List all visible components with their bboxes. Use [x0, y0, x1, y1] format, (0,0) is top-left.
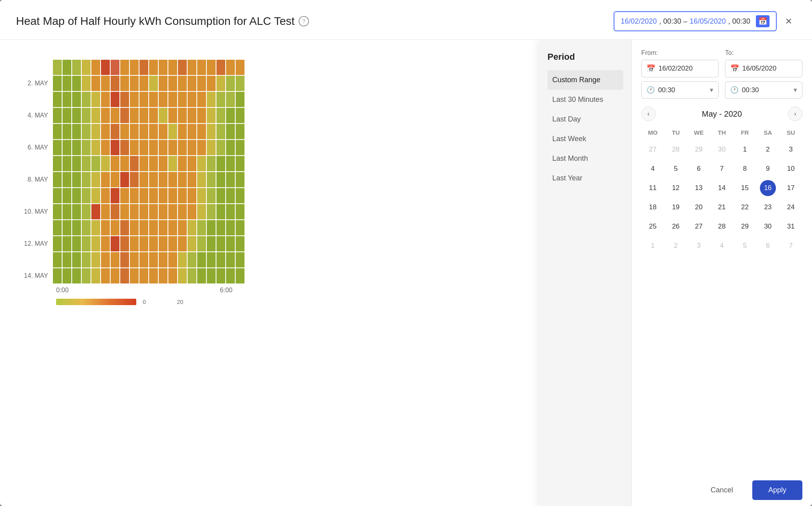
heatmap-cell [101, 76, 110, 91]
cal-week-5: 25 26 27 28 29 30 31 [641, 218, 802, 235]
cal-day[interactable]: 25 [645, 219, 661, 235]
row-label: 14. MAY [16, 272, 52, 279]
cal-day[interactable]: 12 [668, 180, 684, 196]
to-date-input[interactable]: 📅 16/05/2020 [725, 60, 802, 77]
cal-day[interactable]: 29 [737, 219, 753, 235]
heatmap-cell [72, 172, 81, 187]
cal-day[interactable]: 2 [668, 238, 684, 254]
heatmap-cell [63, 220, 71, 235]
heatmap-cell [159, 188, 168, 203]
cal-day[interactable]: 18 [645, 199, 661, 215]
cal-day[interactable]: 19 [668, 199, 684, 215]
period-sidebar: Period Custom Range Last 30 Minutes Last… [539, 40, 632, 506]
from-date-input[interactable]: 📅 16/02/2020 [641, 60, 719, 77]
date-picker-panel: Period Custom Range Last 30 Minutes Last… [539, 40, 812, 506]
cal-day[interactable]: 7 [783, 238, 799, 254]
cal-day[interactable]: 5 [737, 238, 753, 254]
heatmap-cell [178, 236, 187, 251]
cal-day[interactable]: 23 [760, 199, 776, 215]
heatmap-cell [159, 60, 168, 75]
heatmap-cell [130, 220, 139, 235]
heatmap-cell [101, 92, 110, 107]
heatmap-cell [101, 172, 110, 187]
cal-day[interactable]: 31 [783, 219, 799, 235]
period-item-year[interactable]: Last Year [547, 168, 623, 188]
cal-day[interactable]: 11 [645, 180, 661, 196]
row-label: 2. MAY [16, 80, 52, 87]
cal-day[interactable]: 6 [760, 238, 776, 254]
cal-day[interactable]: 27 [691, 219, 707, 235]
period-item-custom[interactable]: Custom Range [547, 70, 623, 90]
cal-day[interactable]: 30 [714, 142, 730, 158]
period-item-week[interactable]: Last Week [547, 129, 623, 149]
next-month-button[interactable]: › [788, 107, 802, 121]
heatmap-cell [91, 172, 100, 187]
cal-day[interactable]: 21 [714, 199, 730, 215]
heatmap-cell [178, 188, 187, 203]
heatmap-cell [159, 140, 168, 155]
calendar-month-title: May - 2020 [702, 109, 742, 119]
heatmap-cell [53, 156, 62, 171]
heatmap-cell [168, 220, 177, 235]
cal-day[interactable]: 27 [645, 142, 661, 158]
heatmap-cell [130, 124, 139, 139]
period-item-month[interactable]: Last Month [547, 149, 623, 168]
period-item-day[interactable]: Last Day [547, 109, 623, 129]
cal-day[interactable]: 28 [714, 219, 730, 235]
cal-day[interactable]: 5 [668, 161, 684, 177]
period-title: Period [547, 52, 623, 62]
heatmap-cell [72, 60, 81, 75]
cal-day[interactable]: 3 [783, 142, 799, 158]
cal-day[interactable]: 4 [645, 161, 661, 177]
cal-day[interactable]: 29 [691, 142, 707, 158]
cal-day[interactable]: 13 [691, 180, 707, 196]
cal-day[interactable]: 3 [691, 238, 707, 254]
cal-day[interactable]: 8 [737, 161, 753, 177]
heatmap-cell [149, 236, 158, 251]
cal-header-su: SU [780, 128, 802, 138]
help-icon[interactable]: ? [299, 16, 309, 26]
cal-day[interactable]: 9 [760, 161, 776, 177]
cal-day[interactable]: 10 [783, 161, 799, 177]
cal-day[interactable]: 30 [760, 219, 776, 235]
cal-day-selected[interactable]: 16 [760, 180, 776, 196]
heatmap-cell [226, 204, 235, 219]
to-time-select[interactable]: 🕐 00:30 ▾ [725, 81, 802, 99]
cal-day[interactable]: 26 [668, 219, 684, 235]
cal-day[interactable]: 28 [668, 142, 684, 158]
cal-day[interactable]: 20 [691, 199, 707, 215]
apply-button[interactable]: Apply [752, 480, 802, 500]
heatmap-cell [236, 172, 244, 187]
cal-day[interactable]: 4 [714, 238, 730, 254]
heatmap-cell [178, 204, 187, 219]
calendar-icon[interactable]: 📅 [756, 15, 770, 27]
heatmap-cell [188, 204, 196, 219]
cal-day[interactable]: 1 [645, 238, 661, 254]
heatmap-cell [111, 236, 119, 251]
cal-day[interactable]: 1 [737, 142, 753, 158]
heatmap-cell [101, 204, 110, 219]
cal-day[interactable]: 17 [783, 180, 799, 196]
heatmap-cell [120, 140, 129, 155]
prev-month-button[interactable]: ‹ [641, 107, 656, 121]
heatmap-cell [216, 188, 225, 203]
cal-day[interactable]: 2 [760, 142, 776, 158]
close-button[interactable]: × [782, 14, 796, 28]
heatmap-cell [188, 92, 196, 107]
period-item-30min[interactable]: Last 30 Minutes [547, 90, 623, 109]
cal-day[interactable]: 24 [783, 199, 799, 215]
heatmap-cell [188, 60, 196, 75]
heatmap-cell [178, 252, 187, 267]
heatmap-cell [226, 268, 235, 283]
cancel-button[interactable]: Cancel [698, 480, 746, 500]
cal-day[interactable]: 14 [714, 180, 730, 196]
heatmap-cell [236, 252, 244, 267]
cal-day[interactable]: 7 [714, 161, 730, 177]
cal-day[interactable]: 22 [737, 199, 753, 215]
date-range-display[interactable]: 16/02/2020 , 00:30 – 16/05/2020 , 00:30 … [614, 11, 777, 31]
cal-day[interactable]: 15 [737, 180, 753, 196]
from-time-select[interactable]: 🕐 00:30 ▾ [641, 81, 719, 99]
cal-day[interactable]: 6 [691, 161, 707, 177]
heatmap-cell [149, 172, 158, 187]
heatmap-cell [139, 60, 148, 75]
